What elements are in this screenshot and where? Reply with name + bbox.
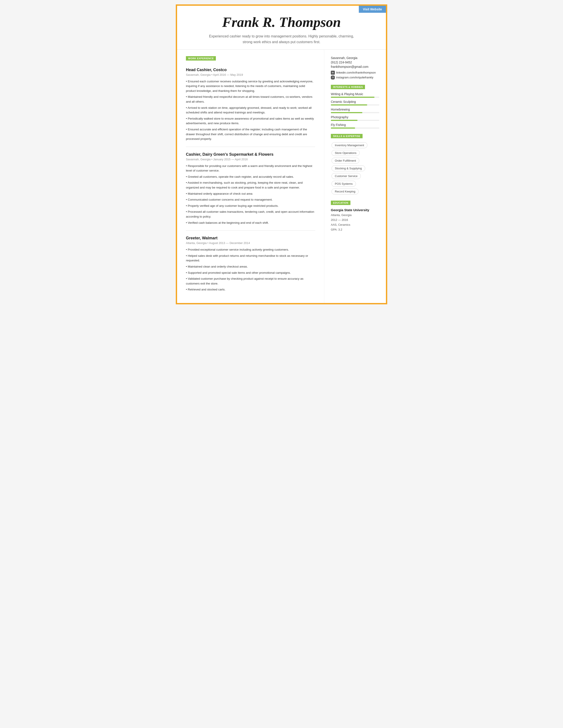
- job-meta-3: Atlanta, Georgia • August 2013 — Decembe…: [186, 241, 315, 245]
- interest-bar-bg-4: [331, 127, 379, 129]
- job-entry-1: Head Cashier, Costco Savannah, Georgia •…: [186, 68, 315, 141]
- left-column: WORK EXPERIENCE Head Cashier, Costco Sav…: [177, 50, 324, 303]
- header-section: Frank R. Thompson Experienced cashier re…: [177, 6, 386, 50]
- interest-bar-fill-0: [331, 97, 374, 98]
- contact-info: Savannah, Georgia (912) 224-9452 frankth…: [331, 56, 379, 79]
- job-meta-1: Savannah, Georgia • April 2016 — May 201…: [186, 73, 315, 76]
- interest-item-1: Ceramic Sculpting: [331, 100, 379, 105]
- education-label: EDUCATION: [331, 201, 350, 205]
- job-title-1: Head Cashier, Costco: [186, 68, 315, 72]
- linkedin-icon: in: [331, 71, 335, 75]
- job-bullets-1: • Ensured each customer receives outstan…: [186, 79, 315, 141]
- interest-name-4: Fly Fishing: [331, 123, 379, 127]
- job-entry-3: Greeter, Walmart Atlanta, Georgia • Augu…: [186, 236, 315, 292]
- education-meta: Atlanta, Georgia 2012 — 2016 AAS, Cerami…: [331, 213, 379, 232]
- interest-bar-bg-2: [331, 112, 379, 113]
- interests-list: Writing & Playing Music Ceramic Sculptin…: [331, 92, 379, 129]
- skill-tag-0: Inventory Management: [332, 142, 367, 148]
- right-column: Savannah, Georgia (912) 224-9452 frankth…: [324, 50, 386, 303]
- interest-bar-fill-2: [331, 112, 362, 113]
- instagram-url: instagram.com/in/quitefrankly: [336, 76, 373, 79]
- job-title-2: Cashier, Dairy Green's Supermarket & Flo…: [186, 152, 315, 157]
- interest-item-4: Fly Fishing: [331, 123, 379, 129]
- job-bullets-3: • Provided exceptional customer service …: [186, 247, 315, 292]
- skill-tag-1: Store Operations: [332, 150, 360, 156]
- skill-tag-6: Record Keeping: [332, 188, 359, 194]
- skills-section: SKILLS & EXPERTISE Inventory ManagementS…: [331, 134, 379, 195]
- edu-years: 2012 — 2016: [331, 218, 348, 222]
- contact-location: Savannah, Georgia: [331, 56, 379, 60]
- instagram-icon: ☉: [331, 76, 335, 79]
- edu-location: Atlanta, Georgia: [331, 213, 352, 217]
- skills-tags: Inventory ManagementStore OperationsOrde…: [331, 141, 379, 195]
- contact-email: frankthompson@gmail.com: [331, 65, 379, 68]
- job-divider-2: [186, 230, 315, 231]
- job-bullets-2: • Responsible for providing our customer…: [186, 164, 315, 225]
- instagram-row: ☉ instagram.com/in/quitefrankly: [331, 76, 379, 79]
- interest-name-3: Photography: [331, 115, 379, 119]
- linkedin-url: linkedin.com/in/frankrthompson: [336, 71, 376, 74]
- visit-website-button[interactable]: Visit Website: [359, 6, 386, 13]
- interest-item-0: Writing & Playing Music: [331, 92, 379, 98]
- interest-bar-bg-3: [331, 120, 379, 121]
- education-section: EDUCATION Georgia State University Atlan…: [331, 201, 379, 232]
- interest-name-0: Writing & Playing Music: [331, 92, 379, 96]
- interest-item-3: Photography: [331, 115, 379, 121]
- job-divider-1: [186, 147, 315, 147]
- interest-name-1: Ceramic Sculpting: [331, 100, 379, 103]
- job-entry-2: Cashier, Dairy Green's Supermarket & Flo…: [186, 152, 315, 225]
- interest-bar-fill-1: [331, 104, 367, 105]
- linkedin-row: in linkedin.com/in/frankrthompson: [331, 71, 379, 75]
- interest-name-2: Homebrewing: [331, 108, 379, 111]
- interest-bar-fill-4: [331, 127, 355, 129]
- main-content: WORK EXPERIENCE Head Cashier, Costco Sav…: [177, 50, 386, 303]
- interests-label: INTERESTS & HOBBIES: [331, 85, 365, 89]
- skill-tag-3: Stocking & Supplying: [332, 165, 365, 171]
- skill-tag-5: POS Systems: [332, 181, 356, 187]
- interest-bar-bg-1: [331, 104, 379, 105]
- interests-section: INTERESTS & HOBBIES Writing & Playing Mu…: [331, 85, 379, 129]
- university-name: Georgia State University: [331, 208, 379, 212]
- contact-phone: (912) 224-9452: [331, 61, 379, 64]
- work-experience-label: WORK EXPERIENCE: [186, 56, 216, 61]
- job-meta-2: Savannah, Georgia • January 2015 — April…: [186, 158, 315, 161]
- job-title-3: Greeter, Walmart: [186, 236, 315, 240]
- skills-label: SKILLS & EXPERTISE: [331, 134, 363, 138]
- resume-container: Visit Website Frank R. Thompson Experien…: [176, 4, 387, 304]
- interest-bar-fill-3: [331, 120, 357, 121]
- interest-bar-bg-0: [331, 97, 379, 98]
- work-experience-header: WORK EXPERIENCE: [186, 56, 315, 64]
- skill-tag-4: Customer Service: [332, 173, 361, 179]
- edu-degree: AAS, Ceramics: [331, 223, 350, 226]
- interest-item-2: Homebrewing: [331, 108, 379, 113]
- skill-tag-2: Order Fulfillment: [332, 158, 359, 164]
- edu-gpa: GPA: 3.2: [331, 228, 342, 231]
- tagline: Experienced cashier ready to grow into m…: [204, 33, 359, 45]
- candidate-name: Frank R. Thompson: [190, 15, 373, 30]
